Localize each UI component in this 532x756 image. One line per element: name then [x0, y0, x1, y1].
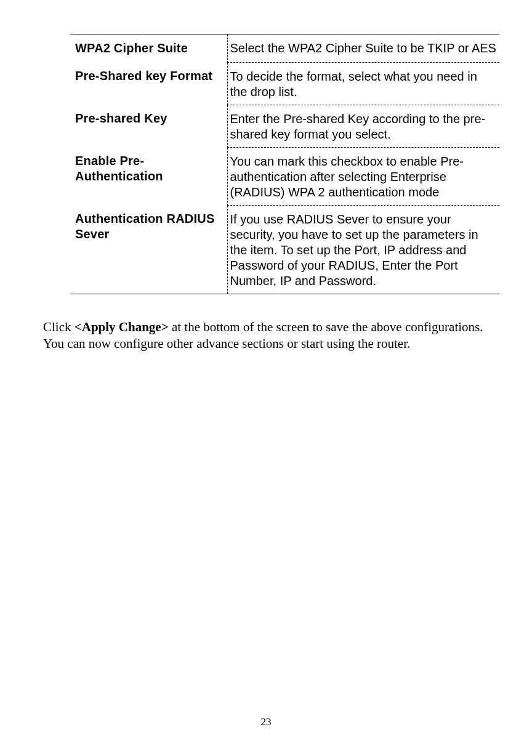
page-number: 23: [0, 716, 532, 728]
setting-label: Pre-Shared key Format: [70, 62, 227, 105]
instruction-paragraph: Click <Apply Change> at the bottom of th…: [37, 319, 495, 353]
setting-label: Authentication RADIUS Sever: [70, 205, 227, 294]
setting-description: If you use RADIUS Sever to ensure your s…: [227, 205, 499, 294]
table-row: Pre-Shared key Format To decide the form…: [70, 62, 499, 105]
setting-description: Select the WPA2 Cipher Suite to be TKIP …: [227, 34, 499, 63]
table-row: Authentication RADIUS Sever If you use R…: [70, 205, 499, 294]
instruction-prefix: Click: [43, 320, 75, 334]
apply-change-label: <Apply Change>: [75, 320, 169, 334]
setting-description: You can mark this checkbox to enable Pre…: [227, 147, 499, 205]
table-row: Pre-shared Key Enter the Pre-shared Key …: [70, 105, 499, 147]
setting-description: Enter the Pre-shared Key according to th…: [227, 105, 499, 147]
setting-label: WPA2 Cipher Suite: [70, 34, 227, 63]
table-row: Enable Pre-Authentication You can mark t…: [70, 147, 499, 205]
table-row: WPA2 Cipher Suite Select the WPA2 Cipher…: [70, 34, 499, 63]
settings-table: WPA2 Cipher Suite Select the WPA2 Cipher…: [70, 34, 499, 294]
setting-description: To decide the format, select what you ne…: [227, 62, 499, 105]
setting-label: Enable Pre-Authentication: [70, 147, 227, 205]
setting-label: Pre-shared Key: [70, 105, 227, 147]
